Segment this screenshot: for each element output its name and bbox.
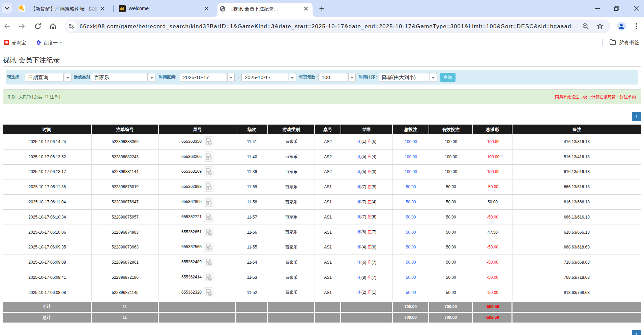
svg-text:du: du: [37, 42, 40, 44]
